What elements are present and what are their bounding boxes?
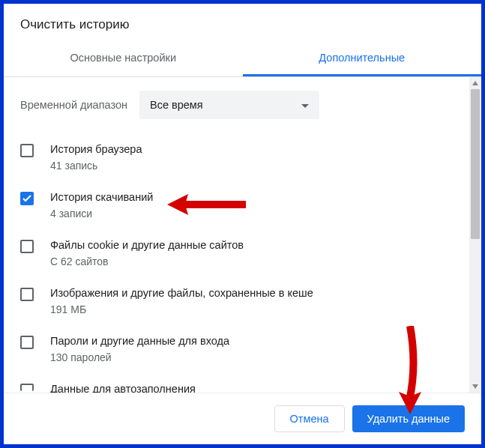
tab-basic[interactable]: Основные настройки (4, 43, 243, 76)
checkbox[interactable] (20, 144, 34, 157)
option-row: Файлы cookie и другие данные сайтов С 62… (20, 228, 453, 276)
option-title: Файлы cookie и другие данные сайтов (50, 237, 453, 253)
option-title: Пароли и другие данные для входа (50, 333, 453, 349)
option-row: История скачиваний 4 записи (20, 181, 453, 228)
checkbox[interactable] (20, 240, 34, 253)
checkbox[interactable] (20, 288, 34, 301)
tabs: Основные настройки Дополнительные (4, 43, 481, 77)
cancel-button[interactable]: Отмена (274, 405, 345, 432)
scroll-down-icon[interactable] (469, 381, 481, 393)
option-subtitle: С 62 сайтов (50, 255, 453, 267)
chevron-down-icon (301, 98, 309, 112)
scroll-up-icon[interactable] (469, 77, 481, 89)
option-subtitle: 130 паролей (50, 351, 453, 363)
time-range-row: Временной диапазон Все время (4, 77, 469, 133)
clear-browsing-data-dialog: Очистить историю Основные настройки Допо… (4, 4, 481, 444)
option-title: Изображения и другие файлы, сохраненные … (50, 285, 453, 301)
scrollbar-thumb[interactable] (471, 89, 480, 239)
option-title: История браузера (50, 142, 453, 157)
option-row: Изображения и другие файлы, сохраненные … (20, 276, 453, 324)
time-range-label: Временной диапазон (20, 99, 127, 111)
checkbox[interactable] (20, 336, 34, 349)
option-row: Пароли и другие данные для входа 130 пар… (20, 324, 453, 372)
time-range-select[interactable]: Все время (139, 91, 319, 119)
dialog-title: Очистить историю (4, 4, 481, 43)
clear-data-button[interactable]: Удалить данные (352, 405, 465, 432)
checkbox[interactable] (20, 384, 34, 391)
option-row: История браузера 41 запись (20, 133, 453, 181)
tab-advanced[interactable]: Дополнительные (243, 43, 482, 76)
option-subtitle: 4 записи (50, 208, 453, 220)
option-subtitle: 41 запись (50, 160, 453, 172)
options-list: История браузера 41 запись История скачи… (4, 133, 469, 393)
option-title: Данные для автозаполнения (50, 381, 453, 393)
checkbox[interactable] (20, 192, 34, 205)
option-row: Данные для автозаполнения (20, 372, 453, 393)
dialog-body: Временной диапазон Все время (4, 77, 469, 393)
dialog-footer: Отмена Удалить данные (4, 393, 481, 444)
option-subtitle: 191 МБ (50, 303, 453, 315)
time-range-value: Все время (150, 99, 203, 111)
scrollbar[interactable] (469, 77, 481, 393)
option-title: История скачиваний (50, 190, 453, 205)
